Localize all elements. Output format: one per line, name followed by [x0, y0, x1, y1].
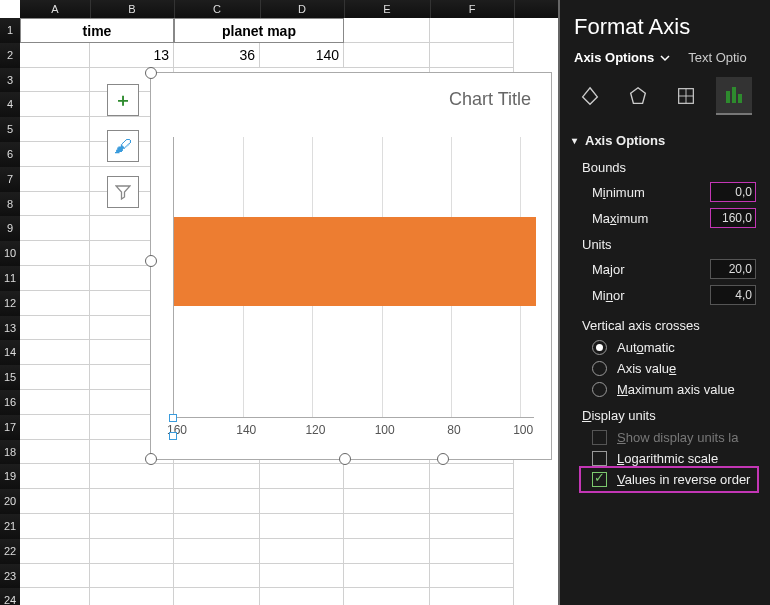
row-hdr-12[interactable]: 12 [0, 291, 20, 317]
cell-d2[interactable]: 140 [260, 43, 344, 68]
svg-rect-4 [726, 91, 730, 103]
row-hdr-3[interactable]: 3 [0, 68, 20, 94]
resize-handle[interactable] [145, 255, 157, 267]
x-tick: 80 [447, 423, 460, 437]
row-hdr-15[interactable]: 15 [0, 365, 20, 391]
major-label: Major [582, 262, 625, 277]
axis-handle[interactable] [169, 414, 177, 422]
row-hdr-13[interactable]: 13 [0, 316, 20, 342]
svg-rect-5 [732, 87, 736, 103]
radio-icon [592, 361, 607, 376]
fill-line-icon[interactable] [572, 78, 608, 114]
col-hdr-B[interactable]: B [90, 0, 175, 18]
row-hdr-21[interactable]: 21 [0, 514, 20, 540]
bounds-label: Bounds [582, 154, 756, 179]
row-hdr-7[interactable]: 7 [0, 167, 20, 193]
chart-filter-button[interactable] [107, 176, 139, 208]
chart-add-element-button[interactable]: ＋ [107, 84, 139, 116]
radio-icon [592, 340, 607, 355]
col-hdr-A[interactable]: A [20, 0, 91, 18]
pane-title: Format Axis [560, 0, 770, 50]
row-hdr-22[interactable]: 22 [0, 539, 20, 565]
row-hdr-5[interactable]: 5 [0, 117, 20, 143]
chevron-down-icon: ▾ [572, 135, 577, 146]
checkbox-icon [592, 430, 607, 445]
row-headers: 123456789101112131415161718192021222324 [0, 0, 20, 605]
row-hdr-18[interactable]: 18 [0, 440, 20, 466]
row-hdr-11[interactable]: 11 [0, 266, 20, 292]
crosses-label: Vertical axis crosses [582, 308, 756, 337]
col-hdr-C[interactable]: C [174, 0, 261, 18]
row-hdr-4[interactable]: 4 [0, 92, 20, 118]
minimum-input[interactable] [710, 182, 756, 202]
row-hdr-9[interactable]: 9 [0, 216, 20, 242]
minimum-label: Minimum [582, 185, 645, 200]
x-tick: 100 [375, 423, 395, 437]
resize-handle[interactable] [437, 453, 449, 465]
display-units-label: Display units [582, 400, 756, 427]
check-reverse-order[interactable]: Values in reverse order [582, 469, 756, 490]
tab-text-options[interactable]: Text Optio [688, 50, 747, 65]
tab-axis-options[interactable]: Axis Options [574, 50, 670, 65]
checkbox-icon [592, 451, 607, 466]
axis-handle[interactable] [169, 432, 177, 440]
col-hdr-E[interactable]: E [344, 0, 431, 18]
row-hdr-24[interactable]: 24 [0, 588, 20, 605]
x-tick: 140 [236, 423, 256, 437]
row-hdr-14[interactable]: 14 [0, 340, 20, 366]
x-tick: 120 [305, 423, 325, 437]
col-headers: ABCDEF [20, 0, 560, 18]
chart-plot-area[interactable] [173, 137, 534, 418]
resize-handle[interactable] [145, 67, 157, 79]
radio-icon [592, 382, 607, 397]
maximum-input[interactable] [710, 208, 756, 228]
col-hdr-D[interactable]: D [260, 0, 345, 18]
cell-b2[interactable]: 13 [90, 43, 174, 68]
check-log-scale[interactable]: Logarithmic scale [582, 448, 756, 469]
row-hdr-10[interactable]: 10 [0, 241, 20, 267]
units-label: Units [582, 231, 756, 256]
chart-tool-group: ＋ 🖌 [107, 84, 137, 222]
row-hdr-1[interactable]: 1 [0, 18, 20, 44]
checkbox-icon [592, 472, 607, 487]
row-hdr-19[interactable]: 19 [0, 464, 20, 490]
embedded-chart[interactable]: Chart Title 16014012010080100 [150, 72, 552, 460]
axis-options-icon[interactable] [716, 77, 752, 115]
radio-axis-value[interactable]: Axis value [582, 358, 756, 379]
radio-maximum-value[interactable]: Maximum axis value [582, 379, 756, 400]
x-tick: 100 [513, 423, 533, 437]
size-properties-icon[interactable] [668, 78, 704, 114]
col-hdr-F[interactable]: F [430, 0, 515, 18]
section-axis-options[interactable]: ▾ Axis Options [572, 121, 756, 154]
cell-header-planet-map[interactable]: planet map [174, 18, 344, 43]
row-hdr-23[interactable]: 23 [0, 564, 20, 590]
cell-header-time[interactable]: time [20, 18, 174, 43]
maximum-label: Maximum [582, 211, 648, 226]
cell-c2[interactable]: 36 [174, 43, 260, 68]
major-input[interactable] [710, 259, 756, 279]
row-hdr-6[interactable]: 6 [0, 142, 20, 168]
minor-input[interactable] [710, 285, 756, 305]
check-show-display-units: Show display units la [582, 427, 756, 448]
row-hdr-16[interactable]: 16 [0, 390, 20, 416]
pane-tabs: Axis Options Text Optio [560, 50, 770, 75]
chart-title[interactable]: Chart Title [449, 89, 531, 110]
format-axis-pane: Format Axis Axis Options Text Optio ▾ Ax… [560, 0, 770, 605]
row-hdr-8[interactable]: 8 [0, 192, 20, 218]
minor-label: Minor [582, 288, 625, 303]
chart-bar-series[interactable] [174, 217, 536, 306]
resize-handle[interactable] [145, 453, 157, 465]
row-hdr-20[interactable]: 20 [0, 489, 20, 515]
svg-rect-6 [738, 94, 742, 103]
radio-automatic[interactable]: Automatic [582, 337, 756, 358]
chart-style-button[interactable]: 🖌 [107, 130, 139, 162]
effects-icon[interactable] [620, 78, 656, 114]
row-hdr-2[interactable]: 2 [0, 43, 20, 69]
row-hdr-17[interactable]: 17 [0, 415, 20, 441]
axis-icon-row [560, 75, 770, 119]
svg-marker-0 [631, 88, 646, 104]
resize-handle[interactable] [339, 453, 351, 465]
chevron-down-icon [660, 53, 670, 63]
worksheet: 123456789101112131415161718192021222324 … [0, 0, 560, 605]
